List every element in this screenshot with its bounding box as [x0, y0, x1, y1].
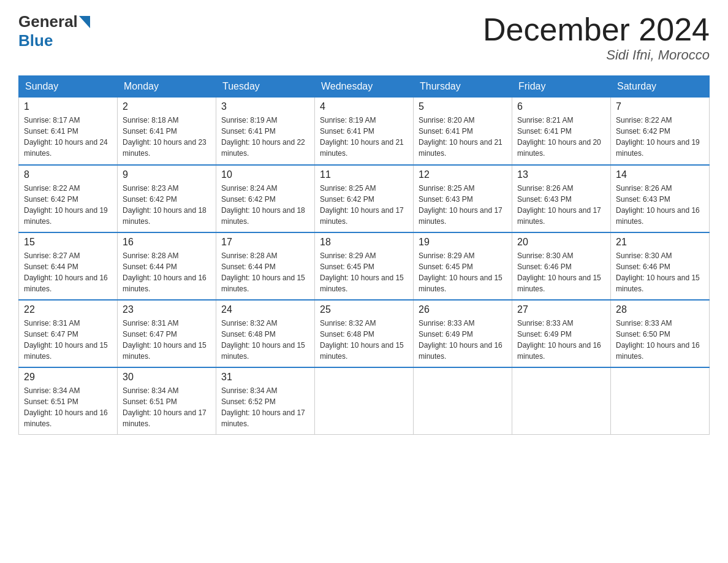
day-info: Sunrise: 8:24 AMSunset: 6:42 PMDaylight:…	[221, 183, 309, 227]
day-info: Sunrise: 8:26 AMSunset: 6:43 PMDaylight:…	[616, 183, 704, 227]
day-number: 12	[419, 169, 507, 180]
day-info: Sunrise: 8:28 AMSunset: 6:44 PMDaylight:…	[123, 250, 211, 294]
day-number: 29	[24, 372, 112, 383]
day-number: 22	[24, 304, 112, 315]
day-number: 5	[419, 101, 507, 112]
weekday-header-monday: Monday	[118, 76, 216, 98]
day-info: Sunrise: 8:23 AMSunset: 6:42 PMDaylight:…	[123, 183, 211, 227]
day-info: Sunrise: 8:29 AMSunset: 6:45 PMDaylight:…	[320, 250, 408, 294]
day-number: 16	[123, 237, 211, 248]
day-number: 3	[221, 101, 309, 112]
day-info: Sunrise: 8:22 AMSunset: 6:42 PMDaylight:…	[616, 115, 704, 159]
day-info: Sunrise: 8:26 AMSunset: 6:43 PMDaylight:…	[517, 183, 605, 227]
calendar-cell	[315, 367, 414, 435]
calendar-cell: 14Sunrise: 8:26 AMSunset: 6:43 PMDayligh…	[611, 165, 710, 232]
day-number: 25	[320, 304, 408, 315]
day-info: Sunrise: 8:17 AMSunset: 6:41 PMDaylight:…	[24, 115, 112, 159]
day-number: 10	[221, 169, 309, 180]
day-number: 13	[517, 169, 605, 180]
calendar-cell	[414, 367, 512, 435]
day-number: 7	[616, 101, 704, 112]
calendar-cell	[512, 367, 611, 435]
day-info: Sunrise: 8:30 AMSunset: 6:46 PMDaylight:…	[517, 250, 605, 294]
page-header: General Blue December 2024 Sidi Ifni, Mo…	[18, 12, 710, 63]
calendar-week-row: 15Sunrise: 8:27 AMSunset: 6:44 PMDayligh…	[19, 232, 710, 300]
day-info: Sunrise: 8:32 AMSunset: 6:48 PMDaylight:…	[320, 318, 408, 362]
day-number: 2	[123, 101, 211, 112]
calendar-cell: 6Sunrise: 8:21 AMSunset: 6:41 PMDaylight…	[512, 98, 611, 165]
location-text: Sidi Ifni, Morocco	[483, 47, 710, 63]
calendar-week-row: 29Sunrise: 8:34 AMSunset: 6:51 PMDayligh…	[19, 367, 710, 435]
day-number: 24	[221, 304, 309, 315]
calendar-cell: 30Sunrise: 8:34 AMSunset: 6:51 PMDayligh…	[118, 367, 216, 435]
day-number: 31	[221, 372, 309, 383]
day-number: 11	[320, 169, 408, 180]
day-info: Sunrise: 8:33 AMSunset: 6:49 PMDaylight:…	[419, 318, 507, 362]
calendar-cell: 1Sunrise: 8:17 AMSunset: 6:41 PMDaylight…	[19, 98, 118, 165]
day-number: 14	[616, 169, 704, 180]
day-number: 23	[123, 304, 211, 315]
logo-blue-text: Blue	[18, 31, 53, 50]
weekday-header-friday: Friday	[512, 76, 611, 98]
day-info: Sunrise: 8:29 AMSunset: 6:45 PMDaylight:…	[419, 250, 507, 294]
day-number: 8	[24, 169, 112, 180]
day-info: Sunrise: 8:30 AMSunset: 6:46 PMDaylight:…	[616, 250, 704, 294]
month-title: December 2024	[483, 12, 710, 47]
day-number: 20	[517, 237, 605, 248]
day-number: 21	[616, 237, 704, 248]
calendar-cell: 19Sunrise: 8:29 AMSunset: 6:45 PMDayligh…	[414, 232, 512, 300]
calendar-cell: 22Sunrise: 8:31 AMSunset: 6:47 PMDayligh…	[19, 300, 118, 367]
weekday-header-thursday: Thursday	[414, 76, 512, 98]
day-number: 1	[24, 101, 112, 112]
calendar-cell: 2Sunrise: 8:18 AMSunset: 6:41 PMDaylight…	[118, 98, 216, 165]
calendar-cell: 5Sunrise: 8:20 AMSunset: 6:41 PMDaylight…	[414, 98, 512, 165]
day-number: 19	[419, 237, 507, 248]
calendar-cell: 16Sunrise: 8:28 AMSunset: 6:44 PMDayligh…	[118, 232, 216, 300]
day-info: Sunrise: 8:31 AMSunset: 6:47 PMDaylight:…	[24, 318, 112, 362]
day-info: Sunrise: 8:33 AMSunset: 6:50 PMDaylight:…	[616, 318, 704, 362]
calendar-cell: 28Sunrise: 8:33 AMSunset: 6:50 PMDayligh…	[611, 300, 710, 367]
day-info: Sunrise: 8:27 AMSunset: 6:44 PMDaylight:…	[24, 250, 112, 294]
day-number: 4	[320, 101, 408, 112]
calendar-cell: 12Sunrise: 8:25 AMSunset: 6:43 PMDayligh…	[414, 165, 512, 232]
day-info: Sunrise: 8:34 AMSunset: 6:51 PMDaylight:…	[24, 385, 112, 429]
day-info: Sunrise: 8:21 AMSunset: 6:41 PMDaylight:…	[517, 115, 605, 159]
day-number: 30	[123, 372, 211, 383]
logo: General Blue	[18, 12, 90, 50]
day-info: Sunrise: 8:22 AMSunset: 6:42 PMDaylight:…	[24, 183, 112, 227]
day-info: Sunrise: 8:28 AMSunset: 6:44 PMDaylight:…	[221, 250, 309, 294]
calendar-cell: 25Sunrise: 8:32 AMSunset: 6:48 PMDayligh…	[315, 300, 414, 367]
logo-general-text: General	[18, 12, 78, 31]
calendar-cell: 9Sunrise: 8:23 AMSunset: 6:42 PMDaylight…	[118, 165, 216, 232]
day-number: 17	[221, 237, 309, 248]
calendar-cell: 27Sunrise: 8:33 AMSunset: 6:49 PMDayligh…	[512, 300, 611, 367]
logo-triangle-icon	[79, 16, 90, 28]
day-number: 26	[419, 304, 507, 315]
calendar-cell	[611, 367, 710, 435]
title-block: December 2024 Sidi Ifni, Morocco	[483, 12, 710, 63]
calendar-cell: 29Sunrise: 8:34 AMSunset: 6:51 PMDayligh…	[19, 367, 118, 435]
day-number: 6	[517, 101, 605, 112]
day-info: Sunrise: 8:18 AMSunset: 6:41 PMDaylight:…	[123, 115, 211, 159]
calendar-cell: 20Sunrise: 8:30 AMSunset: 6:46 PMDayligh…	[512, 232, 611, 300]
calendar-cell: 13Sunrise: 8:26 AMSunset: 6:43 PMDayligh…	[512, 165, 611, 232]
day-info: Sunrise: 8:31 AMSunset: 6:47 PMDaylight:…	[123, 318, 211, 362]
weekday-header-tuesday: Tuesday	[216, 76, 315, 98]
day-number: 27	[517, 304, 605, 315]
calendar-table: SundayMondayTuesdayWednesdayThursdayFrid…	[18, 75, 710, 435]
calendar-cell: 26Sunrise: 8:33 AMSunset: 6:49 PMDayligh…	[414, 300, 512, 367]
calendar-cell: 18Sunrise: 8:29 AMSunset: 6:45 PMDayligh…	[315, 232, 414, 300]
svg-marker-0	[79, 16, 90, 28]
calendar-cell: 21Sunrise: 8:30 AMSunset: 6:46 PMDayligh…	[611, 232, 710, 300]
day-info: Sunrise: 8:32 AMSunset: 6:48 PMDaylight:…	[221, 318, 309, 362]
weekday-header-sunday: Sunday	[19, 76, 118, 98]
weekday-header-wednesday: Wednesday	[315, 76, 414, 98]
calendar-cell: 23Sunrise: 8:31 AMSunset: 6:47 PMDayligh…	[118, 300, 216, 367]
day-info: Sunrise: 8:19 AMSunset: 6:41 PMDaylight:…	[221, 115, 309, 159]
weekday-header-row: SundayMondayTuesdayWednesdayThursdayFrid…	[19, 76, 710, 98]
day-number: 28	[616, 304, 704, 315]
day-info: Sunrise: 8:19 AMSunset: 6:41 PMDaylight:…	[320, 115, 408, 159]
calendar-cell: 4Sunrise: 8:19 AMSunset: 6:41 PMDaylight…	[315, 98, 414, 165]
day-info: Sunrise: 8:25 AMSunset: 6:42 PMDaylight:…	[320, 183, 408, 227]
day-number: 15	[24, 237, 112, 248]
